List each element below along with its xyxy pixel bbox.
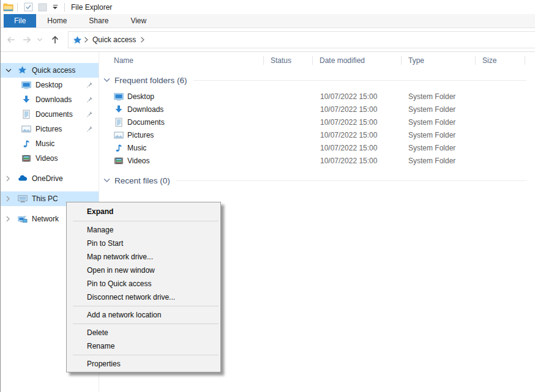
sidebar-item-downloads[interactable]: Downloads xyxy=(1,92,99,107)
context-menu-item-disconnect-network-drive[interactable]: Disconnect network drive... xyxy=(67,290,220,304)
forward-button[interactable] xyxy=(19,32,35,48)
sidebar-item-desktop[interactable]: Desktop xyxy=(1,78,99,92)
file-name: Downloads xyxy=(127,105,163,114)
context-menu-item-pin-to-quick-access[interactable]: Pin to Quick access xyxy=(67,277,220,290)
file-date-modified: 10/07/2022 15:00 xyxy=(313,157,402,165)
context-menu: Expand Manage Pin to Start Map network d… xyxy=(66,202,221,372)
this-pc-icon xyxy=(18,194,28,204)
sidebar-item-label: Videos xyxy=(36,154,58,163)
file-date-modified: 10/07/2022 15:00 xyxy=(313,144,402,152)
file-name: Music xyxy=(127,144,146,152)
sidebar-item-label: This PC xyxy=(32,194,58,203)
file-name: Videos xyxy=(127,157,149,165)
file-type: System Folder xyxy=(402,131,476,139)
music-icon xyxy=(21,139,31,149)
tab-view[interactable]: View xyxy=(119,14,157,28)
chevron-down-icon[interactable] xyxy=(6,68,18,73)
sidebar-item-label: Pictures xyxy=(36,125,62,133)
desktop-icon xyxy=(114,92,124,102)
file-explorer-window: File Explorer File Home Share View Quick… xyxy=(0,0,535,392)
customize-quick-access-toolbar-button[interactable] xyxy=(53,5,58,9)
column-header-status[interactable]: Status xyxy=(264,52,313,69)
section-rule xyxy=(176,180,526,181)
file-type: System Folder xyxy=(402,157,476,165)
breadcrumb-chevron-icon[interactable] xyxy=(84,37,88,43)
chevron-right-icon[interactable] xyxy=(6,176,18,182)
tab-home[interactable]: Home xyxy=(36,14,78,28)
videos-icon xyxy=(21,153,31,163)
sidebar-item-label: Quick access xyxy=(32,66,75,75)
section-recent-files[interactable]: Recent files (0) xyxy=(103,174,526,187)
table-row-desktop[interactable]: Desktop 10/07/2022 15:00 System Folder xyxy=(99,90,535,103)
sidebar-item-label: Documents xyxy=(36,110,73,119)
context-menu-item-rename[interactable]: Rename xyxy=(67,339,220,353)
context-menu-item-delete[interactable]: Delete xyxy=(67,326,220,339)
context-menu-item-properties[interactable]: Properties xyxy=(67,357,220,371)
address-bar[interactable]: Quick access xyxy=(68,31,535,48)
breadcrumb-quick-access[interactable]: Quick access xyxy=(92,35,136,44)
downloads-icon xyxy=(114,105,124,114)
videos-icon xyxy=(114,156,124,166)
table-row-music[interactable]: Music 10/07/2022 15:00 System Folder xyxy=(99,141,535,154)
recent-locations-dropdown[interactable] xyxy=(35,32,45,48)
sidebar-item-label: OneDrive xyxy=(32,174,63,183)
pin-icon xyxy=(86,96,93,103)
titlebar-separator xyxy=(64,3,65,12)
qat-properties-button[interactable] xyxy=(23,2,34,12)
context-menu-item-add-a-network-location[interactable]: Add a network location xyxy=(67,308,220,322)
tab-file[interactable]: File xyxy=(4,14,36,28)
sidebar-item-label: Downloads xyxy=(36,95,72,104)
section-rule xyxy=(193,80,526,81)
section-title: Frequent folders (6) xyxy=(114,76,187,85)
table-row-downloads[interactable]: Downloads 10/07/2022 15:00 System Folder xyxy=(99,103,535,116)
file-type: System Folder xyxy=(402,144,476,152)
up-button[interactable] xyxy=(47,32,63,48)
sidebar-item-label: Network xyxy=(32,215,59,223)
context-menu-item-map-network-drive[interactable]: Map network drive... xyxy=(67,250,220,264)
column-header-name[interactable]: Name xyxy=(99,52,264,69)
file-date-modified: 10/07/2022 15:00 xyxy=(313,118,402,127)
sidebar-item-onedrive[interactable]: OneDrive xyxy=(1,171,99,186)
music-icon xyxy=(114,143,124,153)
titlebar-separator xyxy=(17,3,18,12)
table-row-videos[interactable]: Videos 10/07/2022 15:00 System Folder xyxy=(99,154,535,167)
tab-share[interactable]: Share xyxy=(78,14,119,28)
quick-access-icon xyxy=(18,65,28,75)
sidebar-item-label: Music xyxy=(36,139,54,148)
file-explorer-logo-icon xyxy=(3,2,13,12)
onedrive-icon xyxy=(18,174,28,183)
back-button[interactable] xyxy=(3,32,19,48)
file-date-modified: 10/07/2022 15:00 xyxy=(313,131,402,139)
menu-separator xyxy=(73,221,219,221)
file-name: Pictures xyxy=(127,131,154,139)
file-type: System Folder xyxy=(402,118,476,127)
context-menu-item-pin-to-start[interactable]: Pin to Start xyxy=(67,237,220,250)
ribbon-tab-bar: File Home Share View xyxy=(1,14,535,28)
column-header-size[interactable]: Size xyxy=(476,52,525,69)
section-frequent-folders[interactable]: Frequent folders (6) xyxy=(103,74,526,86)
file-date-modified: 10/07/2022 15:00 xyxy=(313,92,402,101)
sidebar-item-documents[interactable]: Documents xyxy=(1,107,99,122)
sidebar-item-videos[interactable]: Videos xyxy=(1,151,99,166)
menu-separator xyxy=(73,306,219,306)
sidebar-item-pictures[interactable]: Pictures xyxy=(1,122,99,136)
network-icon xyxy=(18,214,28,224)
chevron-right-icon[interactable] xyxy=(6,216,18,222)
file-name: Desktop xyxy=(127,92,154,101)
column-header-type[interactable]: Type xyxy=(402,52,476,69)
qat-new-folder-button[interactable] xyxy=(37,2,48,12)
breadcrumb-chevron-icon[interactable] xyxy=(140,37,144,43)
column-header-date-modified[interactable]: Date modified xyxy=(313,52,402,69)
context-menu-item-manage[interactable]: Manage xyxy=(67,223,220,237)
pin-icon xyxy=(86,125,93,133)
chevron-down-icon xyxy=(103,178,110,183)
quick-access-icon xyxy=(73,35,82,45)
context-menu-item-open-in-new-window[interactable]: Open in new window xyxy=(67,264,220,277)
chevron-right-icon[interactable] xyxy=(6,196,18,202)
table-row-documents[interactable]: Documents 10/07/2022 15:00 System Folder xyxy=(99,116,535,128)
context-menu-item-expand[interactable]: Expand xyxy=(67,204,220,219)
sidebar-item-music[interactable]: Music xyxy=(1,136,99,151)
sidebar-item-quick-access[interactable]: Quick access xyxy=(1,63,99,78)
table-row-pictures[interactable]: Pictures 10/07/2022 15:00 System Folder xyxy=(99,128,535,141)
documents-icon xyxy=(114,117,124,127)
